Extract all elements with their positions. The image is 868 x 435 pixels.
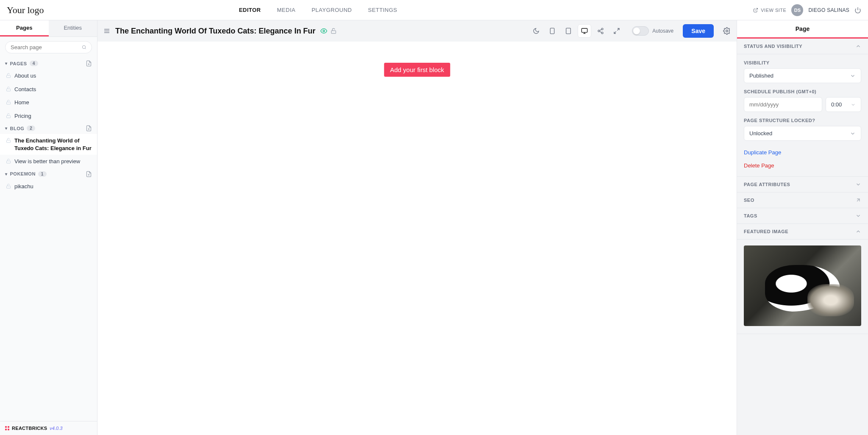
- section-status-label: STATUS AND VISIBILITY: [744, 44, 802, 49]
- page-label: pikachu: [14, 183, 33, 190]
- gear-icon: [723, 27, 731, 35]
- menu-icon: [103, 28, 110, 34]
- svg-point-29: [601, 28, 603, 30]
- svg-point-30: [598, 30, 600, 32]
- group-pages-header[interactable]: ▾ PAGES 4: [0, 58, 97, 69]
- section-tags-label: TAGS: [744, 213, 757, 218]
- svg-line-37: [857, 199, 860, 201]
- footer-brand: REACTBRICKS v4.0.3: [0, 421, 97, 435]
- nav-playground[interactable]: PLAYGROUND: [312, 7, 352, 13]
- chevron-down-icon: [850, 131, 856, 137]
- featured-image[interactable]: [744, 245, 861, 326]
- lock-select[interactable]: Unlocked: [744, 126, 861, 141]
- section-featured-label: FEATURED IMAGE: [744, 229, 788, 234]
- smartphone-icon: [549, 28, 556, 34]
- arrow-up-right-icon: [855, 197, 861, 203]
- svg-point-31: [601, 32, 603, 34]
- tab-pages[interactable]: Pages: [0, 20, 49, 36]
- avatar[interactable]: DS: [791, 4, 803, 16]
- schedule-time-value: 0:00: [831, 101, 842, 108]
- section-attributes-header[interactable]: PAGE ATTRIBUTES: [737, 177, 868, 192]
- section-featured-header[interactable]: FEATURED IMAGE: [737, 224, 868, 240]
- view-site-label: VIEW SITE: [761, 8, 786, 13]
- search-input[interactable]: [11, 44, 82, 50]
- svg-point-20: [323, 30, 325, 32]
- device-mobile[interactable]: [545, 24, 559, 38]
- username: DIEGO SALINAS: [808, 7, 849, 13]
- lock-value: Unlocked: [749, 130, 772, 137]
- page-label: Home: [14, 99, 29, 106]
- section-seo-header[interactable]: SEO: [737, 192, 868, 208]
- add-blog-button[interactable]: [86, 125, 92, 131]
- brand-version: v4.0.3: [50, 426, 62, 431]
- device-desktop[interactable]: [578, 24, 591, 38]
- visibility-label: VISIBILITY: [744, 60, 861, 65]
- monitor-icon: [581, 28, 588, 34]
- svg-rect-13: [7, 161, 11, 164]
- page-item-about[interactable]: About us: [0, 69, 97, 83]
- tab-entities[interactable]: Entities: [49, 20, 97, 36]
- right-tab-page[interactable]: Page: [737, 20, 868, 37]
- page-item-tuxedo-cats[interactable]: The Enchanting World of Tuxedo Cats: Ele…: [0, 134, 97, 155]
- sidebar-toggle[interactable]: [103, 28, 110, 34]
- fullscreen-button[interactable]: [610, 24, 623, 38]
- page-label: Pricing: [14, 112, 31, 120]
- page-item-home[interactable]: Home: [0, 96, 97, 109]
- schedule-date-input[interactable]: [744, 97, 822, 112]
- page-item-pricing[interactable]: Pricing: [0, 109, 97, 123]
- view-site-link[interactable]: VIEW SITE: [753, 8, 786, 13]
- chevron-down-icon: [850, 73, 856, 79]
- unlock-icon: [331, 28, 337, 34]
- section-status-header[interactable]: STATUS AND VISIBILITY: [737, 39, 868, 54]
- page-item-view-better[interactable]: View is better than preview: [0, 155, 97, 168]
- page-item-contacts[interactable]: Contacts: [0, 83, 97, 96]
- add-first-block-button[interactable]: Add your first block: [384, 63, 450, 77]
- nav-editor[interactable]: EDITOR: [239, 7, 261, 13]
- device-tablet[interactable]: [562, 24, 575, 38]
- settings-button[interactable]: [723, 27, 731, 35]
- group-blog-header[interactable]: ▾ BLOG 2: [0, 123, 97, 134]
- svg-rect-24: [566, 28, 571, 33]
- share-button[interactable]: [594, 24, 607, 38]
- canvas[interactable]: Add your first block: [97, 42, 737, 435]
- svg-line-34: [618, 28, 620, 31]
- delete-page-link[interactable]: Delete Page: [744, 162, 861, 169]
- svg-rect-21: [331, 31, 336, 33]
- svg-rect-12: [7, 140, 11, 143]
- unlock-icon: [6, 159, 11, 164]
- svg-rect-22: [551, 28, 554, 33]
- chevron-down-icon: [851, 102, 856, 107]
- eye-icon: [320, 28, 327, 34]
- nav-media[interactable]: MEDIA: [277, 7, 296, 13]
- dark-mode-toggle[interactable]: [529, 24, 543, 38]
- visibility-select[interactable]: Published: [744, 68, 861, 83]
- logo: Your logo: [7, 5, 44, 16]
- chevron-down-icon: ▾: [5, 126, 8, 131]
- duplicate-page-link[interactable]: Duplicate Page: [744, 149, 861, 156]
- svg-line-0: [755, 8, 758, 11]
- nav-settings[interactable]: SETTINGS: [368, 7, 397, 13]
- logout-button[interactable]: [854, 7, 861, 14]
- top-nav: EDITOR MEDIA PLAYGROUND SETTINGS: [239, 7, 398, 13]
- save-button[interactable]: Save: [683, 24, 714, 38]
- group-pokemon-header[interactable]: ▾ POKEMON 1: [0, 168, 97, 180]
- svg-rect-26: [582, 28, 587, 32]
- sidebar-left: Pages Entities ▾ PAGES 4 About u: [0, 20, 97, 435]
- add-page-button[interactable]: [86, 60, 92, 67]
- file-plus-icon: [86, 60, 92, 67]
- schedule-time-select[interactable]: 0:00: [826, 97, 861, 112]
- search-input-wrap[interactable]: [5, 41, 92, 53]
- section-tags-header[interactable]: TAGS: [737, 208, 868, 224]
- chevron-up-icon: [855, 43, 861, 49]
- unlock-icon: [6, 113, 11, 118]
- lock-label: PAGE STRUCTURE LOCKED?: [744, 118, 861, 123]
- svg-line-32: [600, 31, 602, 33]
- group-blog-label: BLOG: [10, 126, 25, 131]
- page-item-pikachu[interactable]: pikachu: [0, 180, 97, 193]
- tablet-icon: [565, 28, 572, 34]
- page-label: The Enchanting World of Tuxedo Cats: Ele…: [14, 137, 92, 152]
- svg-rect-8: [7, 102, 11, 105]
- page-label: Contacts: [14, 86, 36, 93]
- autosave-toggle[interactable]: [632, 26, 649, 36]
- add-pokemon-button[interactable]: [86, 171, 92, 177]
